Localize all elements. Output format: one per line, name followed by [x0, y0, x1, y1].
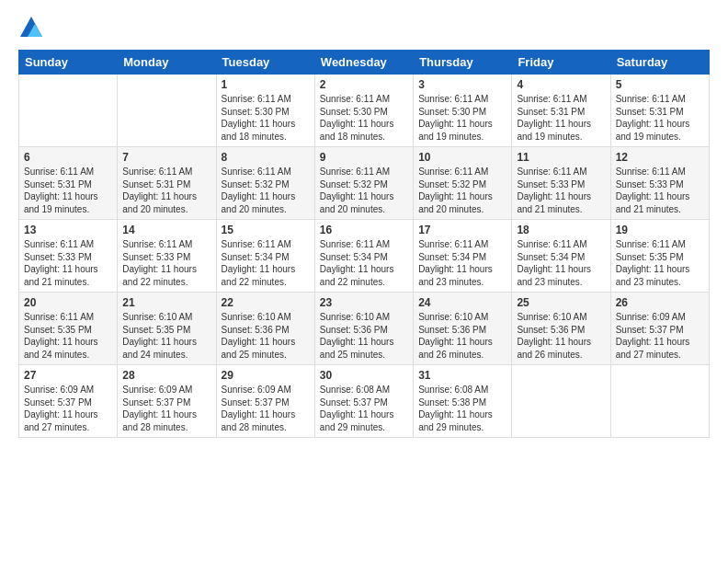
calendar-cell: 5Sunrise: 6:11 AMSunset: 5:31 PMDaylight…	[610, 75, 709, 147]
day-number: 21	[122, 296, 210, 309]
cell-content: Sunrise: 6:11 AMSunset: 5:34 PMDaylight:…	[418, 238, 506, 288]
day-number: 28	[122, 369, 210, 382]
calendar-cell: 19Sunrise: 6:11 AMSunset: 5:35 PMDayligh…	[610, 220, 709, 293]
day-number: 15	[222, 224, 310, 236]
day-header-tuesday: Tuesday	[216, 51, 314, 75]
cell-content: Sunrise: 6:09 AMSunset: 5:37 PMDaylight:…	[122, 384, 210, 433]
cell-content: Sunrise: 6:11 AMSunset: 5:33 PMDaylight:…	[517, 166, 605, 215]
cell-content: Sunrise: 6:11 AMSunset: 5:32 PMDaylight:…	[418, 166, 506, 215]
cell-content: Sunrise: 6:11 AMSunset: 5:33 PMDaylight:…	[616, 166, 704, 215]
day-number: 18	[517, 224, 605, 236]
day-number: 29	[222, 369, 310, 382]
cell-content: Sunrise: 6:11 AMSunset: 5:31 PMDaylight:…	[517, 93, 605, 143]
cell-content: Sunrise: 6:08 AMSunset: 5:37 PMDaylight:…	[320, 384, 408, 433]
calendar-cell: 28Sunrise: 6:09 AMSunset: 5:37 PMDayligh…	[118, 365, 216, 438]
calendar-cell: 6Sunrise: 6:11 AMSunset: 5:31 PMDaylight…	[19, 147, 118, 220]
day-number: 22	[222, 296, 310, 309]
cell-content: Sunrise: 6:11 AMSunset: 5:31 PMDaylight:…	[24, 166, 112, 215]
day-number: 16	[320, 224, 408, 236]
calendar: SundayMondayTuesdayWednesdayThursdayFrid…	[18, 50, 710, 438]
day-number: 31	[418, 369, 506, 382]
cell-content: Sunrise: 6:11 AMSunset: 5:34 PMDaylight:…	[222, 238, 310, 288]
cell-content: Sunrise: 6:10 AMSunset: 5:36 PMDaylight:…	[222, 311, 310, 361]
calendar-cell: 17Sunrise: 6:11 AMSunset: 5:34 PMDayligh…	[414, 220, 512, 293]
day-number: 26	[616, 296, 704, 309]
day-number: 11	[517, 151, 605, 164]
cell-content: Sunrise: 6:11 AMSunset: 5:30 PMDaylight:…	[418, 93, 506, 143]
calendar-cell: 4Sunrise: 6:11 AMSunset: 5:31 PMDaylight…	[512, 75, 610, 147]
cell-content: Sunrise: 6:11 AMSunset: 5:35 PMDaylight:…	[616, 238, 704, 288]
day-header-thursday: Thursday	[414, 51, 512, 75]
day-header-sunday: Sunday	[19, 51, 118, 75]
cell-content: Sunrise: 6:11 AMSunset: 5:30 PMDaylight:…	[222, 93, 310, 143]
day-number: 5	[616, 78, 704, 91]
calendar-cell: 10Sunrise: 6:11 AMSunset: 5:32 PMDayligh…	[414, 147, 512, 220]
cell-content: Sunrise: 6:10 AMSunset: 5:36 PMDaylight:…	[517, 311, 605, 361]
calendar-cell: 16Sunrise: 6:11 AMSunset: 5:34 PMDayligh…	[314, 220, 413, 293]
calendar-cell: 2Sunrise: 6:11 AMSunset: 5:30 PMDaylight…	[314, 75, 413, 147]
calendar-cell: 11Sunrise: 6:11 AMSunset: 5:33 PMDayligh…	[512, 147, 610, 220]
cell-content: Sunrise: 6:11 AMSunset: 5:32 PMDaylight:…	[222, 166, 310, 215]
day-number: 6	[24, 151, 112, 164]
day-number: 27	[24, 369, 112, 382]
cell-content: Sunrise: 6:09 AMSunset: 5:37 PMDaylight:…	[24, 384, 112, 433]
header	[18, 15, 710, 40]
day-number: 13	[24, 224, 112, 236]
day-number: 25	[517, 296, 605, 309]
calendar-cell: 14Sunrise: 6:11 AMSunset: 5:33 PMDayligh…	[118, 220, 216, 293]
calendar-cell: 15Sunrise: 6:11 AMSunset: 5:34 PMDayligh…	[216, 220, 314, 293]
logo	[18, 15, 46, 40]
day-number: 20	[24, 296, 112, 309]
day-number: 8	[222, 151, 310, 164]
cell-content: Sunrise: 6:11 AMSunset: 5:34 PMDaylight:…	[517, 238, 605, 288]
day-number: 9	[320, 151, 408, 164]
calendar-cell: 27Sunrise: 6:09 AMSunset: 5:37 PMDayligh…	[19, 365, 118, 438]
day-number: 30	[320, 369, 408, 382]
day-number: 23	[320, 296, 408, 309]
calendar-cell: 24Sunrise: 6:10 AMSunset: 5:36 PMDayligh…	[414, 293, 512, 365]
day-number: 14	[122, 224, 210, 236]
week-row-4: 20Sunrise: 6:11 AMSunset: 5:35 PMDayligh…	[19, 293, 710, 365]
calendar-cell	[610, 365, 709, 438]
cell-content: Sunrise: 6:11 AMSunset: 5:34 PMDaylight:…	[320, 238, 408, 288]
day-number: 17	[418, 224, 506, 236]
calendar-cell: 26Sunrise: 6:09 AMSunset: 5:37 PMDayligh…	[610, 293, 709, 365]
cell-content: Sunrise: 6:08 AMSunset: 5:38 PMDaylight:…	[418, 384, 506, 433]
cell-content: Sunrise: 6:10 AMSunset: 5:35 PMDaylight:…	[122, 311, 210, 361]
calendar-cell: 20Sunrise: 6:11 AMSunset: 5:35 PMDayligh…	[19, 293, 118, 365]
calendar-cell: 12Sunrise: 6:11 AMSunset: 5:33 PMDayligh…	[610, 147, 709, 220]
day-number: 4	[517, 78, 605, 91]
day-number: 19	[616, 224, 704, 236]
calendar-cell: 23Sunrise: 6:10 AMSunset: 5:36 PMDayligh…	[314, 293, 413, 365]
day-number: 2	[320, 78, 408, 91]
cell-content: Sunrise: 6:10 AMSunset: 5:36 PMDaylight:…	[320, 311, 408, 361]
calendar-cell: 31Sunrise: 6:08 AMSunset: 5:38 PMDayligh…	[414, 365, 512, 438]
week-row-3: 13Sunrise: 6:11 AMSunset: 5:33 PMDayligh…	[19, 220, 710, 293]
day-number: 7	[122, 151, 210, 164]
cell-content: Sunrise: 6:10 AMSunset: 5:36 PMDaylight:…	[418, 311, 506, 361]
calendar-cell: 18Sunrise: 6:11 AMSunset: 5:34 PMDayligh…	[512, 220, 610, 293]
calendar-header-row: SundayMondayTuesdayWednesdayThursdayFrid…	[19, 51, 710, 75]
week-row-5: 27Sunrise: 6:09 AMSunset: 5:37 PMDayligh…	[19, 365, 710, 438]
calendar-cell: 30Sunrise: 6:08 AMSunset: 5:37 PMDayligh…	[314, 365, 413, 438]
day-number: 24	[418, 296, 506, 309]
week-row-1: 1Sunrise: 6:11 AMSunset: 5:30 PMDaylight…	[19, 75, 710, 147]
cell-content: Sunrise: 6:11 AMSunset: 5:33 PMDaylight:…	[122, 238, 210, 288]
cell-content: Sunrise: 6:11 AMSunset: 5:31 PMDaylight:…	[122, 166, 210, 215]
week-row-2: 6Sunrise: 6:11 AMSunset: 5:31 PMDaylight…	[19, 147, 710, 220]
day-header-friday: Friday	[512, 51, 610, 75]
day-number: 1	[222, 78, 310, 91]
calendar-cell	[118, 75, 216, 147]
cell-content: Sunrise: 6:11 AMSunset: 5:33 PMDaylight:…	[24, 238, 112, 288]
calendar-cell: 3Sunrise: 6:11 AMSunset: 5:30 PMDaylight…	[414, 75, 512, 147]
calendar-cell: 25Sunrise: 6:10 AMSunset: 5:36 PMDayligh…	[512, 293, 610, 365]
calendar-cell: 21Sunrise: 6:10 AMSunset: 5:35 PMDayligh…	[118, 293, 216, 365]
calendar-cell: 13Sunrise: 6:11 AMSunset: 5:33 PMDayligh…	[19, 220, 118, 293]
day-header-saturday: Saturday	[610, 51, 709, 75]
day-number: 12	[616, 151, 704, 164]
calendar-cell	[512, 365, 610, 438]
cell-content: Sunrise: 6:09 AMSunset: 5:37 PMDaylight:…	[222, 384, 310, 433]
cell-content: Sunrise: 6:11 AMSunset: 5:35 PMDaylight:…	[24, 311, 112, 361]
calendar-cell: 9Sunrise: 6:11 AMSunset: 5:32 PMDaylight…	[314, 147, 413, 220]
day-number: 10	[418, 151, 506, 164]
